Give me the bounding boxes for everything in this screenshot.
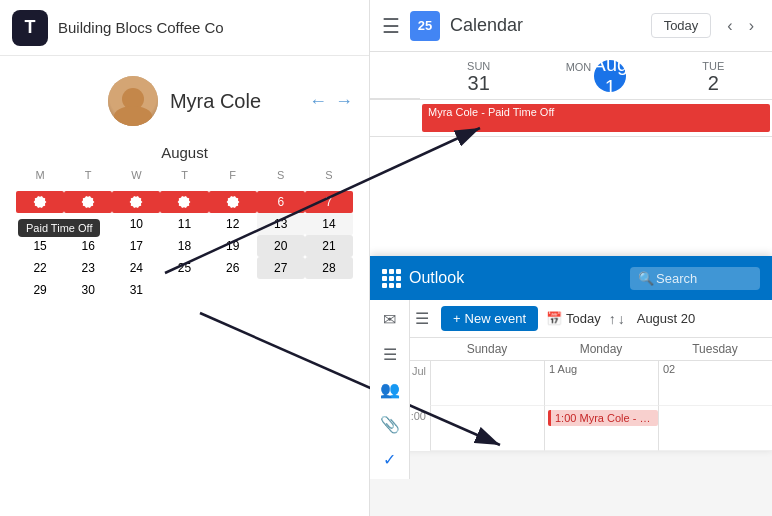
left-panel: T Building Blocs Coffee Co Myra Cole ← →…	[0, 0, 370, 516]
cal-day-25[interactable]: 25	[160, 257, 208, 279]
back-arrow-icon[interactable]: ←	[309, 91, 327, 112]
cal-day-2[interactable]	[64, 191, 112, 213]
col-header-s2: S	[305, 167, 353, 183]
outlook-title: Outlook	[409, 269, 464, 287]
pto-tooltip: Paid Time Off	[18, 219, 100, 237]
cal-day-11[interactable]: 11	[160, 213, 208, 235]
cal-day-12[interactable]: 12	[209, 213, 257, 235]
gcal-day-col-mon: MON Aug 1	[537, 52, 654, 99]
cal-day-4[interactable]	[160, 191, 208, 213]
outlook-monday-header: Monday	[544, 338, 658, 360]
mail-side-icon[interactable]: ✉	[383, 310, 396, 329]
col-header-m: M	[16, 167, 64, 183]
gcal-today-button[interactable]: Today	[651, 13, 712, 38]
outlook-date-1aug: 1 Aug	[544, 361, 658, 406]
outlook-today-label: Today	[566, 311, 601, 326]
cal-day-31[interactable]: 31	[112, 279, 160, 301]
gcal-header: ☰ 25 Calendar Today ‹ ›	[370, 0, 772, 52]
cal-day-24[interactable]: 24	[112, 257, 160, 279]
cal-day-13[interactable]: 13	[257, 213, 305, 235]
cal-day-19[interactable]: 19	[209, 235, 257, 257]
gcal-logo: 25	[410, 11, 440, 41]
cal-day-22[interactable]: 22	[16, 257, 64, 279]
cal-day-1[interactable]	[16, 191, 64, 213]
cal-day-20[interactable]: 20	[257, 235, 305, 257]
cal-day[interactable]	[160, 279, 208, 301]
cal-day[interactable]	[16, 183, 64, 191]
avatar-face	[108, 76, 158, 126]
col-header-f: F	[209, 167, 257, 183]
outlook-event[interactable]: 1:00 Myra Cole - Paid Time Off·····	[548, 410, 658, 426]
outlook-grid-icon[interactable]	[382, 269, 401, 288]
calendar-month: August	[16, 144, 353, 161]
mini-calendar: August M T W T F S S	[0, 136, 369, 309]
calendar-week-3: 15 16 17 18 19 20 21	[16, 235, 353, 257]
user-section: Myra Cole ← →	[0, 56, 369, 136]
outlook-search-wrap: 🔍	[630, 267, 760, 290]
cal-day-15[interactable]: 15	[16, 235, 64, 257]
cal-day[interactable]	[257, 183, 305, 191]
outlook-today-button[interactable]: 📅 Today	[546, 311, 601, 326]
gcal-menu-icon[interactable]: ☰	[382, 14, 400, 38]
cal-day[interactable]	[209, 183, 257, 191]
gcal-title: Calendar	[450, 15, 523, 36]
cal-day-21[interactable]: 21	[305, 235, 353, 257]
cal-day-5[interactable]	[209, 191, 257, 213]
menu-side-icon[interactable]: ☰	[383, 345, 397, 364]
calendar-week-0	[16, 183, 353, 191]
gcal-body	[370, 136, 772, 256]
outlook-cell-mon-1[interactable]: 1:00 Myra Cole - Paid Time Off·····	[544, 406, 658, 451]
gcal-day-col-tue: TUE 2	[655, 52, 772, 99]
cal-day-27[interactable]: 27	[257, 257, 305, 279]
cal-day[interactable]	[305, 183, 353, 191]
gcal-days-header: SUN 31 MON Aug 1 TUE 2	[370, 52, 772, 100]
outlook-cal-header: Sunday Monday Tuesday	[370, 338, 772, 361]
cal-day-14[interactable]: 14	[305, 213, 353, 235]
clip-side-icon[interactable]: 📎	[380, 415, 400, 434]
cal-day-18[interactable]: 18	[160, 235, 208, 257]
outlook-toolbar: ✉ ☰ + New event 📅 Today ↑ ↓ August 20	[370, 300, 772, 338]
gcal-event-strip[interactable]: Myra Cole - Paid Time Off	[422, 104, 770, 132]
outlook-down-arrow[interactable]: ↓	[618, 311, 625, 327]
avatar	[108, 76, 158, 126]
cal-day[interactable]	[160, 183, 208, 191]
gcal-time-col-header	[370, 52, 420, 99]
google-calendar: ☰ 25 Calendar Today ‹ › SUN 31 MON Aug 1	[370, 0, 772, 256]
forward-arrow-icon[interactable]: →	[335, 91, 353, 112]
cal-day-7[interactable]: 7	[305, 191, 353, 213]
cal-day-26[interactable]: 26	[209, 257, 257, 279]
cal-day-6[interactable]: 6	[257, 191, 305, 213]
outlook-overlay: Outlook 🔍 ✉ ☰ + New event 📅 Today ↑ ↓ Au…	[370, 256, 772, 451]
cal-day[interactable]	[305, 279, 353, 301]
calendar-week-5: 29 30 31	[16, 279, 353, 301]
outlook-search-input[interactable]	[630, 267, 760, 290]
outlook-event-label: Myra Cole - Paid Time Off	[579, 412, 658, 424]
cal-day-17[interactable]: 17	[112, 235, 160, 257]
cal-day-29[interactable]: 29	[16, 279, 64, 301]
cal-day[interactable]	[209, 279, 257, 301]
outlook-new-event-button[interactable]: + New event	[441, 306, 538, 331]
outlook-cell-sun	[430, 361, 544, 406]
outlook-cell-sun-1	[430, 406, 544, 451]
outlook-sunday-header: Sunday	[430, 338, 544, 360]
cal-day-16[interactable]: 16	[64, 235, 112, 257]
people-side-icon[interactable]: 👥	[380, 380, 400, 399]
check-side-icon[interactable]: ✓	[383, 450, 396, 469]
gcal-prev-button[interactable]: ‹	[721, 15, 738, 37]
cal-day-10[interactable]: 10	[112, 213, 160, 235]
cal-day-28[interactable]: 28	[305, 257, 353, 279]
cal-day-30[interactable]: 30	[64, 279, 112, 301]
cal-day-23[interactable]: 23	[64, 257, 112, 279]
outlook-menu-button[interactable]: ☰	[411, 307, 433, 330]
cal-day[interactable]	[112, 183, 160, 191]
app-icon: T	[12, 10, 48, 46]
col-header-s1: S	[257, 167, 305, 183]
app-name: Building Blocs Coffee Co	[58, 19, 224, 36]
gcal-next-button[interactable]: ›	[743, 15, 760, 37]
new-event-icon: +	[453, 311, 461, 326]
cal-day[interactable]	[64, 183, 112, 191]
cal-day[interactable]	[257, 279, 305, 301]
outlook-up-arrow[interactable]: ↑	[609, 311, 616, 327]
cal-day-3[interactable]	[112, 191, 160, 213]
new-event-label: New event	[465, 311, 526, 326]
